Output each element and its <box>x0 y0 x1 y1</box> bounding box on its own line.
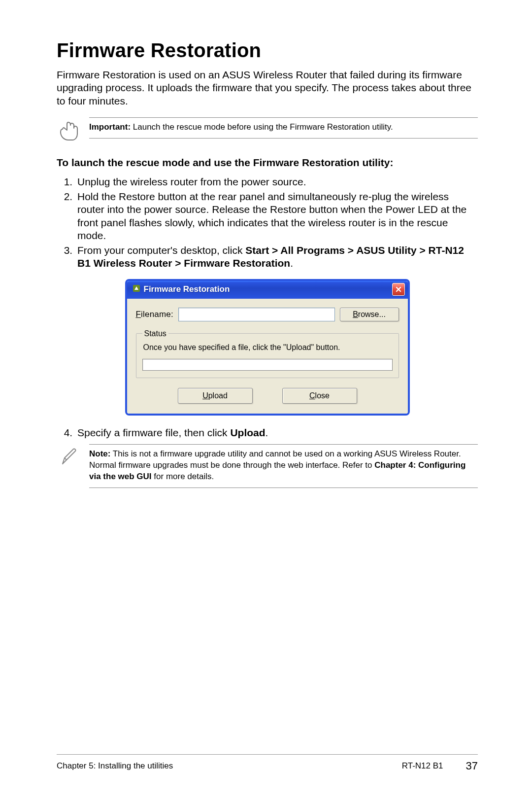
intro-paragraph: Firmware Restoration is used on an ASUS … <box>57 69 478 107</box>
status-text: Once you have specified a file, click th… <box>143 343 393 352</box>
step-3: From your computer's desktop, click Star… <box>75 244 478 270</box>
important-label: Important: <box>89 122 131 132</box>
filename-label: Filename: <box>136 310 173 319</box>
close-icon[interactable] <box>392 283 405 296</box>
page-title: Firmware Restoration <box>57 39 478 62</box>
status-group: Status Once you have specified a file, c… <box>136 329 399 378</box>
dialog-titlebar[interactable]: Firmware Restoration <box>127 281 408 299</box>
footer-model: RT-N12 B1 <box>402 761 443 771</box>
steps-list-continued: Specify a firmware file, then click Uplo… <box>57 426 478 439</box>
note-label: Note: <box>89 449 110 458</box>
note-callout: Note: This is not a firmware upgrade uti… <box>57 444 478 488</box>
important-callout: Important: Launch the rescue mode before… <box>57 117 478 143</box>
step3-post: . <box>290 257 293 269</box>
note-post: for more details. <box>152 472 214 481</box>
dialog-title: Firmware Restoration <box>144 284 230 294</box>
page-footer: Chapter 5: Installing the utilities RT-N… <box>57 754 478 772</box>
hand-pointing-icon <box>57 117 82 143</box>
step-1: Unplug the wireless router from the powe… <box>75 175 478 188</box>
step4-pre: Specify a firmware file, then click <box>77 427 230 438</box>
procedure-heading: To launch the rescue mode and use the Fi… <box>57 157 478 169</box>
upload-button[interactable]: Upload <box>178 388 253 404</box>
page-number: 37 <box>466 760 478 772</box>
pen-icon <box>57 444 82 468</box>
important-text: Launch the rescue mode before using the … <box>131 122 393 132</box>
step4-bold: Upload <box>230 427 265 438</box>
step4-post: . <box>266 427 268 438</box>
step-4: Specify a firmware file, then click Uplo… <box>75 426 478 439</box>
steps-list: Unplug the wireless router from the powe… <box>57 175 478 270</box>
app-icon <box>132 284 141 295</box>
browse-button[interactable]: Browse... <box>340 308 399 321</box>
status-legend: Status <box>142 329 168 338</box>
close-button[interactable]: Close <box>282 388 357 404</box>
filename-input[interactable] <box>178 308 335 321</box>
progress-bar <box>142 359 393 371</box>
firmware-restoration-dialog: Firmware Restoration Filename: Browse...… <box>125 279 410 416</box>
footer-chapter: Chapter 5: Installing the utilities <box>57 761 173 771</box>
step-2: Hold the Restore button at the rear pane… <box>75 190 478 242</box>
step3-pre: From your computer's desktop, click <box>77 244 245 256</box>
